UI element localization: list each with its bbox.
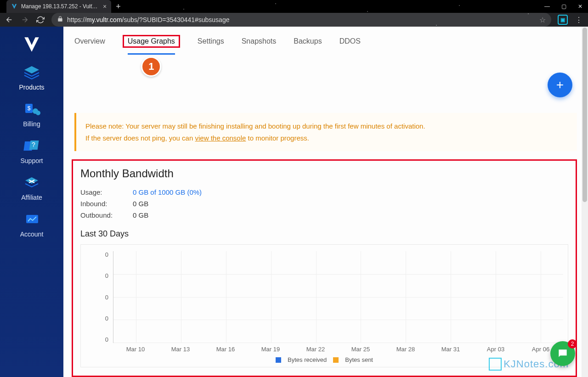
tab-close-icon[interactable]: × <box>103 3 107 10</box>
vultr-logo-icon[interactable] <box>22 35 41 54</box>
extension-icon[interactable]: ▣ <box>558 15 568 25</box>
browser-tab-title: Manage 198.13.57.252 - Vultr… <box>21 3 99 10</box>
usage-value[interactable]: 0 GB of 1000 GB (0%) <box>133 188 202 196</box>
sidebar-item-label: Products <box>19 84 44 91</box>
add-button[interactable]: + <box>548 73 572 97</box>
chart-legend: Bytes received Bytes sent <box>85 356 563 363</box>
bandwidth-chart: 00000 Mar 10Mar 13Mar 16Mar 19Mar 22Mar … <box>80 244 568 367</box>
tab-backups[interactable]: Backups <box>294 29 322 54</box>
scroll-thumb[interactable] <box>582 28 587 202</box>
products-icon <box>22 64 42 81</box>
support-icon: ? <box>22 138 42 154</box>
sidebar-item-label: Account <box>20 231 44 238</box>
browser-menu-button[interactable]: ⋮ <box>574 15 583 24</box>
sidebar-item-label: Affiliate <box>21 194 42 201</box>
svg-text:?: ? <box>32 141 35 148</box>
outbound-label: Outbound: <box>80 211 133 219</box>
main-content: Overview Usage Graphs 1 Settings Snapsho… <box>63 27 588 377</box>
outbound-value: 0 GB <box>133 211 148 219</box>
browser-tab[interactable]: Manage 198.13.57.252 - Vultr… × <box>6 0 111 13</box>
address-field[interactable]: https://my.vultr.com/subs/?SUBID=3543044… <box>51 13 551 27</box>
sidebar: Products $ Billing ? Support Affiliate A… <box>0 27 63 377</box>
tab-snapshots[interactable]: Snapshots <box>242 29 277 54</box>
legend-label-received: Bytes received <box>288 356 327 363</box>
chat-badge: 2 <box>568 339 577 349</box>
tab-usage-graphs[interactable]: Usage Graphs <box>128 29 175 55</box>
svg-text:$: $ <box>28 105 31 112</box>
sidebar-item-billing[interactable]: $ Billing <box>22 101 42 128</box>
sidebar-item-affiliate[interactable]: Affiliate <box>21 174 42 201</box>
svg-rect-7 <box>26 215 38 223</box>
account-icon <box>22 211 42 228</box>
usage-label: Usage: <box>80 188 133 196</box>
scrollbar[interactable] <box>582 27 588 377</box>
activation-notice: Please note: Your server may still be fi… <box>74 113 577 151</box>
sidebar-item-support[interactable]: ? Support <box>20 138 43 164</box>
notice-line-2: If the server does not ping, you can vie… <box>85 132 568 144</box>
tab-settings[interactable]: Settings <box>198 29 224 54</box>
chat-icon <box>557 348 569 360</box>
inbound-label: Inbound: <box>80 200 133 208</box>
chart-plot-area <box>113 251 563 343</box>
panel-title: Monthly Bandwidth <box>80 167 568 180</box>
tab-ddos[interactable]: DDOS <box>339 29 361 54</box>
browser-titlebar: Manage 198.13.57.252 - Vultr… × + — ▢ ✕ <box>0 0 588 13</box>
affiliate-icon <box>22 174 42 191</box>
browser-address-bar: https://my.vultr.com/subs/?SUBID=3543044… <box>0 13 588 27</box>
chat-button[interactable]: 2 <box>550 341 575 366</box>
annotation-badge-1: 1 <box>141 56 161 77</box>
legend-swatch-sent <box>333 357 339 363</box>
notice-line-1: Please note: Your server may still be fi… <box>85 120 568 132</box>
chart-y-axis: 00000 <box>85 251 113 343</box>
sidebar-item-label: Support <box>20 157 43 164</box>
new-tab-button[interactable]: + <box>116 2 121 11</box>
window-minimize-button[interactable]: — <box>543 3 551 10</box>
chart-x-axis: Mar 10Mar 13Mar 16Mar 19Mar 22Mar 25Mar … <box>113 346 563 353</box>
vultr-favicon-icon <box>11 3 17 10</box>
svg-point-3 <box>36 111 40 115</box>
reload-button[interactable] <box>36 15 45 24</box>
lock-icon <box>57 16 63 24</box>
view-console-link[interactable]: view the console <box>195 134 246 142</box>
bookmark-star-icon[interactable]: ☆ <box>539 16 546 24</box>
highlight-usage-graphs: Usage Graphs 1 <box>123 35 180 48</box>
window-close-button[interactable]: ✕ <box>576 3 584 10</box>
page-tabs: Overview Usage Graphs 1 Settings Snapsho… <box>63 27 588 56</box>
legend-swatch-received <box>276 357 281 363</box>
url-text: https://my.vultr.com/subs/?SUBID=3543044… <box>67 16 229 23</box>
legend-label-sent: Bytes sent <box>345 356 373 363</box>
sidebar-item-products[interactable]: Products <box>19 64 44 91</box>
row-usage: Usage: 0 GB of 1000 GB (0%) <box>80 188 568 196</box>
row-outbound: Outbound: 0 GB <box>80 211 568 219</box>
inbound-value: 0 GB <box>133 200 148 208</box>
back-button[interactable] <box>5 15 14 24</box>
sidebar-item-account[interactable]: Account <box>20 211 44 238</box>
tab-overview[interactable]: Overview <box>74 29 105 54</box>
window-maximize-button[interactable]: ▢ <box>560 3 568 10</box>
sidebar-item-label: Billing <box>23 120 40 128</box>
row-inbound: Inbound: 0 GB <box>80 200 568 208</box>
highlight-bandwidth-panel: Monthly Bandwidth Usage: 0 GB of 1000 GB… <box>72 159 577 377</box>
last-30-title: Last 30 Days <box>80 229 568 239</box>
billing-icon: $ <box>22 101 42 118</box>
forward-button[interactable] <box>20 15 29 24</box>
